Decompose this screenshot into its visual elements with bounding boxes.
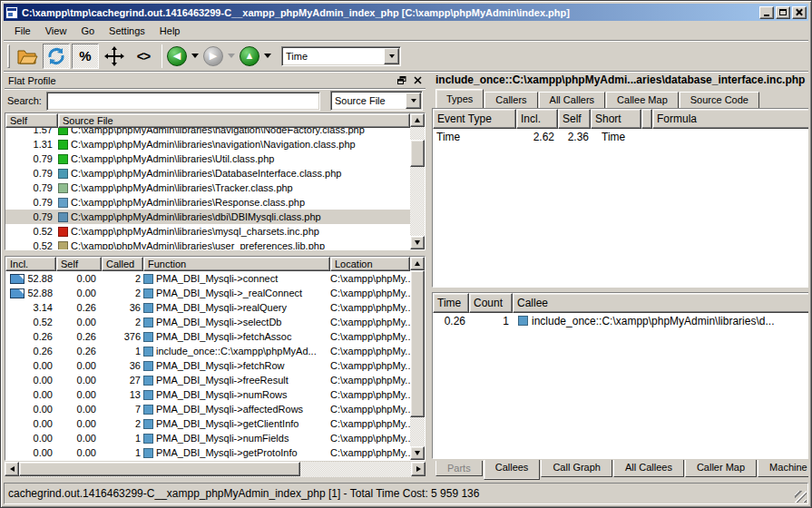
open-file-button[interactable] (14, 44, 41, 69)
menu-item-view[interactable]: View (38, 23, 74, 39)
event-type-combobox[interactable]: Time (281, 46, 401, 66)
function-horizontal-scrollbar[interactable] (5, 462, 426, 477)
scroll-thumb[interactable] (410, 140, 425, 167)
table-row[interactable]: 52.880.002PMA_DBI_Mysqli->_realConnectC:… (5, 286, 410, 300)
table-row[interactable]: 1.57C:\xampp\phpMyAdmin\libraries\naviga… (5, 128, 410, 137)
table-row[interactable]: 3.140.2636PMA_DBI_Mysqli->realQueryC:\xa… (5, 300, 410, 315)
scroll-down-button[interactable] (410, 446, 425, 460)
column-header-self[interactable]: Self (5, 113, 58, 128)
scroll-up-button[interactable] (410, 257, 425, 270)
table-row[interactable]: 0.261include_once::C:\xampp\phpMyAdmin\l… (433, 313, 808, 328)
column-header-blank[interactable] (641, 109, 652, 129)
grouping-combobox-dropdown-button[interactable] (406, 93, 421, 109)
tab-call-graph[interactable]: Call Graph (541, 460, 612, 477)
column-header-short[interactable]: Short (591, 109, 641, 129)
column-header-incl[interactable]: Incl. (516, 109, 558, 129)
source-file-vertical-scrollbar[interactable] (410, 113, 425, 249)
close-dock-button[interactable] (411, 74, 424, 86)
tab-source-code[interactable]: Source Code (680, 92, 759, 108)
table-row[interactable]: 0.520.002PMA_DBI_Mysqli->selectDbC:\xamp… (5, 315, 410, 329)
function-vertical-scrollbar[interactable] (410, 257, 425, 460)
cycle-detection-button[interactable]: <> (130, 44, 157, 69)
up-dropdown-arrow[interactable] (264, 54, 271, 58)
table-row[interactable]: 0.000.001PMA_DBI_Mysqli->getProtoInfoC:\… (5, 445, 410, 460)
toolbar-grip[interactable] (7, 44, 10, 68)
scroll-down-button[interactable] (410, 236, 425, 249)
table-row[interactable]: 0.000.001PMA_DBI_Mysqli->numFieldsC:\xam… (5, 431, 410, 445)
scroll-left-button[interactable] (5, 462, 19, 476)
table-row[interactable]: 0.260.26376PMA_DBI_Mysqli->fetchAssocC:\… (5, 329, 410, 344)
column-header-incl[interactable]: Incl. (5, 257, 56, 271)
column-header-function[interactable]: Function (143, 257, 330, 271)
grouping-combobox[interactable]: Source File (330, 91, 423, 111)
table-row[interactable]: 0.52C:\xampp\phpMyAdmin\libraries\mysql_… (5, 224, 410, 239)
close-button[interactable] (792, 6, 807, 19)
scroll-thumb[interactable] (19, 462, 300, 476)
tab-all-callers[interactable]: All Callers (539, 92, 606, 108)
menu-item-file[interactable]: File (7, 23, 38, 39)
expand-all-areas-button[interactable] (101, 44, 128, 69)
tab-all-callees[interactable]: All Callees (613, 460, 684, 477)
column-header-self[interactable]: Self (56, 257, 102, 271)
float-icon (397, 76, 406, 84)
table-row[interactable]: 1.31C:\xampp\phpMyAdmin\libraries\naviga… (5, 137, 410, 151)
back-dropdown-arrow[interactable] (191, 54, 199, 58)
column-header-source-file[interactable]: Source File (58, 113, 410, 128)
cell-self: 0.79 (5, 211, 53, 222)
table-row[interactable]: 52.880.002PMA_DBI_Mysqli->connectC:\xamp… (5, 271, 410, 286)
relative-percent-button[interactable]: % (72, 44, 99, 69)
incl-value: 3.14 (34, 302, 53, 313)
minimize-button[interactable] (759, 6, 774, 19)
scroll-right-button[interactable] (411, 462, 426, 476)
cell-function: include_once::C:\xampp\phpMyAd... (143, 346, 330, 357)
column-header-count[interactable]: Count (469, 293, 513, 313)
column-header-self[interactable]: Self (558, 109, 591, 129)
cell-source-file: C:\xampp\phpMyAdmin\libraries\mysql_char… (71, 226, 410, 237)
table-row[interactable]: 0.79C:\xampp\phpMyAdmin\libraries\Databa… (5, 166, 410, 181)
column-header-called[interactable]: Called (102, 257, 143, 271)
cell-location: C:\xampp\phpMy... (330, 288, 410, 298)
table-row[interactable]: 0.79C:\xampp\phpMyAdmin\libraries\dbi\DB… (5, 210, 410, 224)
resize-grip[interactable] (795, 491, 807, 503)
table-row[interactable]: 0.000.002PMA_DBI_Mysqli->getClientInfoC:… (5, 416, 410, 431)
table-row[interactable]: 0.52C:\xampp\phpMyAdmin\libraries\user_p… (5, 239, 410, 249)
tab-machine[interactable]: Machine (758, 460, 808, 477)
scroll-up-button[interactable] (410, 113, 425, 127)
cell-callee: include_once::C:\xampp\phpMyAdmin\librar… (513, 315, 808, 327)
table-row[interactable]: 0.79C:\xampp\phpMyAdmin\libraries\Util.c… (5, 151, 410, 166)
forward-button[interactable]: ▶ (203, 46, 223, 66)
tab-types[interactable]: Types (435, 89, 484, 108)
search-input[interactable] (46, 92, 320, 111)
cost-color-icon (58, 128, 68, 135)
table-row[interactable]: 0.000.0036PMA_DBI_Mysqli->fetchRowC:\xam… (5, 358, 410, 373)
tab-caller-map[interactable]: Caller Map (685, 460, 757, 477)
table-row[interactable]: 0.79C:\xampp\phpMyAdmin\libraries\Tracke… (5, 181, 410, 195)
tab-callee-map[interactable]: Callee Map (606, 92, 679, 108)
event-type-combobox-dropdown-button[interactable] (384, 48, 399, 64)
scroll-thumb[interactable] (410, 270, 425, 417)
up-button[interactable]: ▲ (240, 46, 259, 66)
table-row[interactable]: 0.000.0027PMA_DBI_Mysqli->freeResultC:\x… (5, 373, 410, 387)
back-button[interactable]: ◀ (167, 46, 187, 66)
tab-callees[interactable]: Callees (484, 460, 541, 480)
tab-callers[interactable]: Callers (484, 92, 537, 108)
scroll-track[interactable] (410, 270, 425, 446)
column-header-location[interactable]: Location (330, 257, 410, 271)
scroll-track[interactable] (19, 462, 411, 477)
column-header-callee[interactable]: Callee (513, 293, 808, 313)
column-header-formula[interactable]: Formula (652, 109, 808, 129)
table-row[interactable]: 0.79C:\xampp\phpMyAdmin\libraries\Respon… (5, 195, 410, 210)
reload-button[interactable] (43, 44, 70, 69)
maximize-button[interactable] (776, 6, 790, 19)
float-dock-button[interactable] (396, 74, 408, 86)
menu-item-help[interactable]: Help (152, 23, 188, 39)
column-header-event-type[interactable]: Event Type (433, 109, 516, 129)
column-header-time[interactable]: Time (433, 293, 469, 313)
table-row[interactable]: 0.000.007PMA_DBI_Mysqli->affectedRowsC:\… (5, 402, 410, 416)
scroll-track[interactable] (410, 127, 425, 236)
table-row[interactable]: 0.260.261include_once::C:\xampp\phpMyAd.… (5, 344, 410, 358)
menu-item-settings[interactable]: Settings (102, 23, 152, 39)
table-row[interactable]: 0.000.0013PMA_DBI_Mysqli->numRowsC:\xamp… (5, 387, 410, 402)
menu-item-go[interactable]: Go (73, 23, 102, 39)
table-row[interactable]: Time2.622.36Time (433, 129, 808, 144)
